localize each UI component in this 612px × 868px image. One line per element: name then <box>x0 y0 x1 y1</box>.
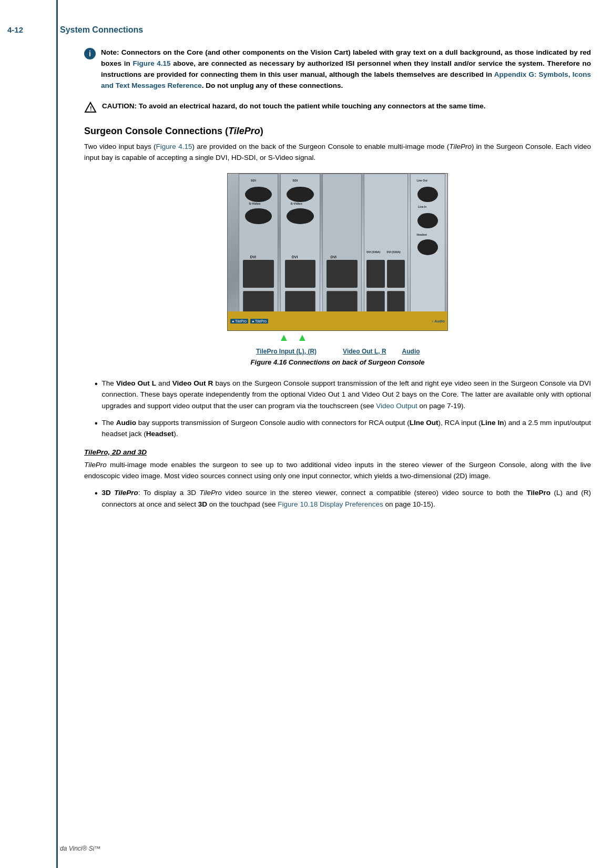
subsection-heading: TilePro, 2D and 3D <box>84 448 591 456</box>
arrow-tilePro-L: ▲ <box>279 332 289 342</box>
figure-image: SDI S-Video DVI SDI S-Video DVI <box>227 173 448 331</box>
figure-4-15-body-link[interactable]: Figure 4.15 <box>156 143 192 150</box>
fig-panel-4: DVI (SX6A) DVI (SX6A) <box>364 174 408 330</box>
note-bold-3: . Do not unplug any of these connections… <box>202 82 343 89</box>
note-box: i Note: Connectors on the Core (and othe… <box>84 47 591 92</box>
page-container: 4-12 System Connections i Note: Connecto… <box>0 0 612 868</box>
caution-icon: ! <box>84 102 97 114</box>
section-body: Two video input bays (Figure 4.15) are p… <box>84 141 591 164</box>
page-title: System Connections <box>60 25 143 35</box>
footer-text: da Vinci® Si™ <box>60 845 100 852</box>
bullet-dot-1: • <box>95 378 98 390</box>
bullet-section: • The Video Out L and Video Out R bays o… <box>84 378 591 440</box>
figure-container: SDI S-Video DVI SDI S-Video DVI <box>84 173 591 372</box>
section-heading: Surgeon Console Connections (TilePro) <box>84 126 591 137</box>
bullet-text-2: The Audio bay supports transmission of S… <box>102 417 591 440</box>
bullet-text-1: The Video Out L and Video Out R bays on … <box>102 378 591 412</box>
fig-panel-1: SDI S-Video DVI <box>239 174 278 330</box>
fig-panel-2: SDI S-Video DVI <box>280 174 320 330</box>
caution-text: CAUTION: To avoid an electrical hazard, … <box>102 101 486 112</box>
figure-4-15-link[interactable]: Figure 4.15 <box>132 59 170 67</box>
bullet-item-1: • The Video Out L and Video Out R bays o… <box>84 378 591 412</box>
figure-arrows: ▲ ▲ <box>227 332 448 348</box>
bullet-dot-2: • <box>95 417 98 430</box>
chapter-label: 4-12 <box>7 25 23 34</box>
figure-10-18-link[interactable]: Figure 10.18 Display Preferences <box>278 500 383 508</box>
figure-labels: TilePro Input (L), (R) Video Out L, R Au… <box>227 348 448 355</box>
content-area: System Connections i Note: Connectors on… <box>58 0 612 868</box>
caution-box: ! CAUTION: To avoid an electrical hazard… <box>84 101 591 114</box>
figure-image-inner: SDI S-Video DVI SDI S-Video DVI <box>228 174 447 330</box>
figure-caption: Figure 4.16 Connections on back of Surge… <box>251 358 425 366</box>
label-tilepro: TilePro Input (L), (R) <box>256 348 317 355</box>
video-output-link[interactable]: Video Output <box>376 402 417 410</box>
note-text: Note: Connectors on the Core (and other … <box>101 47 591 92</box>
sub-bullet-dot: • <box>95 487 98 500</box>
fig-panel-3: DVI <box>322 174 362 330</box>
label-videoout: Video Out L, R <box>343 348 386 355</box>
sub-bullet-text: 3D TilePro: To display a 3D TilePro vide… <box>102 487 591 510</box>
arrow-tilePro-R: ▲ <box>297 332 308 342</box>
left-sidebar: 4-12 <box>0 0 58 868</box>
svg-text:!: ! <box>90 105 92 112</box>
label-audio: Audio <box>402 348 420 355</box>
sub-bullet-item: • 3D TilePro: To display a 3D TilePro vi… <box>84 487 591 510</box>
info-icon: i <box>84 48 96 59</box>
bullet-item-2: • The Audio bay supports transmission of… <box>84 417 591 440</box>
fig-panel-5: Line Out Line In Headset <box>410 174 445 330</box>
subsection-body: TilePro multi-image mode enables the sur… <box>84 459 591 482</box>
